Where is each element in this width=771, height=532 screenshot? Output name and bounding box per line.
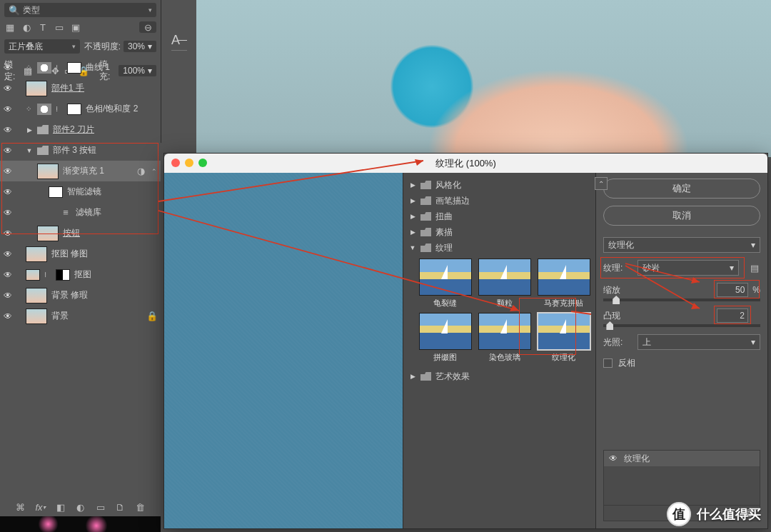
layer-row[interactable]: 👁背景🔒 <box>0 306 161 326</box>
visibility-icon[interactable]: 👁 <box>3 249 13 259</box>
new-layer-icon[interactable]: 🗋 <box>115 501 126 513</box>
filter-shape-icon[interactable]: ▭ <box>54 21 65 33</box>
filter-smart-icon[interactable]: ▣ <box>70 21 81 33</box>
filter-thumb[interactable]: 马赛克拼贴 <box>536 259 591 308</box>
filter-thumb[interactable]: 颗粒 <box>477 259 532 308</box>
filter-thumb-image <box>419 259 472 296</box>
cancel-button[interactable]: 取消 <box>603 206 760 226</box>
filter-thumb-image <box>478 313 531 350</box>
mask-thumb <box>56 269 70 281</box>
visibility-icon[interactable]: 👁 <box>608 453 618 463</box>
relief-slider[interactable] <box>603 324 760 327</box>
texture-select[interactable]: 砂岩 ▾ <box>638 260 739 276</box>
filter-type-icon[interactable]: T <box>37 21 49 33</box>
load-texture-icon[interactable]: ▤ <box>749 262 760 273</box>
layer-row[interactable]: 👁▶部件2 刀片 <box>0 119 161 140</box>
layer-search-kind[interactable]: 🔍 类型 ▾ <box>4 3 156 17</box>
adjustment-icon[interactable]: ◐ <box>75 501 86 513</box>
dialog-titlebar[interactable]: 纹理化 (100%) <box>164 154 767 173</box>
minimize-icon[interactable] <box>185 159 193 167</box>
smart-thumb <box>26 308 47 324</box>
link-layers-icon[interactable]: ⌘ <box>15 501 26 513</box>
layer-name: 曲线 1 <box>86 61 110 74</box>
filter-settings: ⌃ 确定 取消 纹理化 ▾ 纹理: 砂岩 ▾ ▤ 缩放 <box>596 173 767 528</box>
opacity-field[interactable]: 30% ▾ <box>124 41 156 52</box>
folder-icon <box>420 372 431 381</box>
filter-preview[interactable] <box>164 173 403 528</box>
layer-name: 部件2 刀片 <box>53 124 94 136</box>
layers-footer: ⌘ fx▾ ◧ ◐ ▭ 🗋 🗑 <box>0 498 161 516</box>
layer-row[interactable]: 👁渐变填充 1◑⌃ <box>0 161 161 181</box>
visibility-icon[interactable]: 👁 <box>3 291 13 301</box>
filter-pixel-icon[interactable]: ▦ <box>4 21 16 33</box>
search-icon: 🔍 <box>9 4 20 16</box>
layer-row[interactable]: 👁背景 修瑕 <box>0 285 161 306</box>
category-row[interactable]: ▶画笔描边 <box>406 193 593 209</box>
canvas-photo <box>196 0 771 157</box>
category-label: 扭曲 <box>435 211 453 223</box>
delete-icon[interactable]: 🗑 <box>135 501 146 513</box>
zoom-icon[interactable] <box>198 159 207 167</box>
smart-filter-icon[interactable]: ◑ <box>135 166 146 177</box>
collapse-button[interactable]: ⌃ <box>595 177 608 190</box>
visibility-icon[interactable]: 👁 <box>3 104 13 114</box>
filter-thumb-label: 龟裂缝 <box>433 298 457 308</box>
filter-thumb[interactable]: 染色玻璃 <box>477 313 532 363</box>
layer-row[interactable]: 👁智能滤镜 <box>0 181 161 202</box>
layer-name: 背景 修瑕 <box>51 289 88 301</box>
layer-name: 抠图 修图 <box>51 248 88 260</box>
layers-panel: 🔍 类型 ▾ ▦ ◐ T ▭ ▣ ⊖ 正片叠底 ▾ 不透明度: 30% ▾ 锁定… <box>0 0 161 532</box>
visibility-icon[interactable]: 👁 <box>3 229 13 239</box>
filter-toggle-icon[interactable]: ⊖ <box>139 21 156 33</box>
opacity-label: 不透明度: <box>84 41 121 53</box>
close-icon[interactable] <box>171 159 180 167</box>
filter-adjust-icon[interactable]: ◐ <box>21 21 32 33</box>
visibility-icon[interactable]: 👁 <box>3 63 13 73</box>
invert-checkbox[interactable]: 反相 <box>603 357 760 369</box>
smart-thumb <box>26 246 47 262</box>
visibility-icon[interactable]: 👁 <box>3 166 13 176</box>
layer-name: 抠图 <box>74 268 91 281</box>
fx-icon[interactable]: fx▾ <box>35 501 46 513</box>
filter-thumb[interactable]: 纹理化 <box>536 313 591 363</box>
watermark: 值 什么值得买 <box>667 502 761 526</box>
relief-input[interactable]: 2 <box>717 308 748 323</box>
texture-label: 纹理: <box>603 262 632 274</box>
category-row[interactable]: ▼纹理 <box>406 240 593 256</box>
layer-row[interactable]: 👁抠图 修图 <box>0 244 161 264</box>
category-row[interactable]: ▶素描 <box>406 224 593 240</box>
scale-input[interactable]: 50 <box>717 283 748 297</box>
layer-name: 背景 <box>51 310 69 322</box>
visibility-icon[interactable]: 👁 <box>3 311 13 321</box>
layer-row[interactable]: 👁⁘⁞色相/饱和度 2 <box>0 99 161 119</box>
ok-button[interactable]: 确定 <box>603 179 760 199</box>
category-row[interactable]: ▶艺术效果 <box>406 368 593 384</box>
folder-icon <box>420 244 431 252</box>
filter-thumb[interactable]: 拼缀图 <box>418 313 473 363</box>
group-icon[interactable]: ▭ <box>95 501 106 513</box>
filter-select[interactable]: 纹理化 ▾ <box>603 237 760 253</box>
mask-icon[interactable]: ◧ <box>55 501 66 513</box>
adjustment-thumb <box>37 62 51 74</box>
chevron-down-icon: ▾ <box>72 43 76 50</box>
filter-thumb[interactable]: 龟裂缝 <box>418 259 473 308</box>
light-select[interactable]: 上 ▾ <box>638 334 760 350</box>
category-row[interactable]: ▶扭曲 <box>406 209 593 224</box>
layer-row[interactable]: 👁▼部件 3 按钮 <box>0 140 161 161</box>
visibility-icon[interactable]: 👁 <box>3 146 13 156</box>
blend-mode-select[interactable]: 正片叠底 ▾ <box>4 39 80 54</box>
visibility-icon[interactable]: 👁 <box>3 270 13 280</box>
light-label: 光照: <box>603 336 632 348</box>
visibility-icon[interactable]: 👁 <box>3 125 13 135</box>
scale-slider[interactable] <box>603 298 760 301</box>
layer-row[interactable]: 👁⁞抠图 <box>0 264 161 285</box>
category-row[interactable]: ▶风格化 <box>406 177 593 193</box>
filter-thumb-label: 颗粒 <box>497 298 513 308</box>
visibility-icon[interactable]: 👁 <box>3 187 13 197</box>
layer-row[interactable]: 👁按钮 <box>0 223 161 244</box>
layer-row[interactable]: 👁⁘⁞曲线 1 <box>0 57 161 78</box>
layer-row[interactable]: 👁≡滤镜库 <box>0 202 161 223</box>
visibility-icon[interactable]: 👁 <box>3 84 13 94</box>
visibility-icon[interactable]: 👁 <box>3 208 13 218</box>
layer-row[interactable]: 👁部件1 手 <box>0 78 161 99</box>
